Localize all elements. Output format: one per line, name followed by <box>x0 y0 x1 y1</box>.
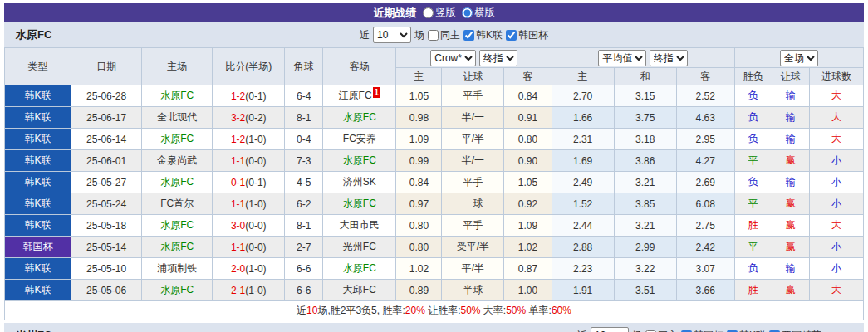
subcol-euro-away: 客 <box>676 68 734 85</box>
goals-result-cell: 大 <box>809 280 863 301</box>
match-type-cell: 韩K联 <box>5 107 71 129</box>
league-checkbox-kleague[interactable] <box>463 30 474 41</box>
euro-home-odds-cell: 2.49 <box>552 172 614 193</box>
euro-home-odds-cell: 2.31 <box>552 129 614 150</box>
goals-result-cell: 大 <box>809 129 863 150</box>
next-league-option-aclelite[interactable]: 亚冠精英 <box>769 329 821 332</box>
score-cell: 1-1(1-0) <box>213 193 285 215</box>
match-count-select[interactable]: 10 <box>373 27 411 43</box>
euro-draw-odds-cell: 3.51 <box>614 280 676 301</box>
score-cell: 1-2(0-1) <box>213 85 285 107</box>
summary-segment: 大率: <box>481 305 507 316</box>
asia-home-odds-cell: 0.98 <box>396 107 442 129</box>
same-home-checkbox[interactable] <box>428 30 439 41</box>
date-cell: 25-05-14 <box>71 237 142 258</box>
date-cell: 25-05-06 <box>71 280 142 301</box>
handicap-result-cell: 赢 <box>772 237 809 258</box>
league-checkbox-koreacup[interactable] <box>506 30 517 41</box>
final-odds-select-euro[interactable]: 终指 <box>650 50 688 66</box>
asia-handicap-cell: 受平/半 <box>442 237 504 258</box>
team-filter-bar: 水原FC 近 10 场 同主 韩K联 韩国杯 <box>4 22 864 47</box>
match-row: 韩国杯25-05-14水原FC1-1(0-0)2-7光州FC0.80受平/半1.… <box>5 237 864 258</box>
recent-results-panel: 近期战绩 竖版 横版 水原FC 近 10 场 同主 韩K联 <box>4 3 864 332</box>
match-row: 韩K联25-06-28水原FC1-2(0-1)6-4江原FC11.05平手0.8… <box>5 85 864 107</box>
same-home-option[interactable]: 同主 <box>428 28 460 42</box>
date-cell: 25-05-10 <box>71 258 142 280</box>
next-league-aclelite-label: 亚冠精英 <box>782 329 821 332</box>
asia-away-odds-cell: 0.92 <box>504 193 552 215</box>
layout-radio-horizontal[interactable] <box>462 7 473 18</box>
layout-option-vertical[interactable]: 竖版 <box>423 6 456 20</box>
away-team-cell: FC安养 <box>323 129 396 150</box>
scope-select[interactable]: 全场 <box>780 50 818 66</box>
goals-result-cell: 小 <box>809 172 863 193</box>
next-league-koreacup-label: 韩国杯 <box>694 329 723 332</box>
asia-odds-group-header: Crow* 终指 <box>396 48 552 68</box>
score-cell: 3-0(0-0) <box>213 215 285 237</box>
handicap-result-cell: 赢 <box>772 215 809 237</box>
asia-home-odds-cell: 0.97 <box>396 193 442 215</box>
corner-cell: 0-4 <box>285 129 323 150</box>
next-league-kleague-label: 韩K联 <box>739 329 766 332</box>
next-near-label: 近 <box>577 329 587 332</box>
next-league-option-koreacup[interactable]: 韩国杯 <box>681 329 723 332</box>
subcol-handicap-result: 让球 <box>772 68 809 85</box>
handicap-result-cell: 输 <box>772 258 809 280</box>
home-team-cell: 水原FC <box>142 215 213 237</box>
average-select[interactable]: 平均值 <box>598 50 646 66</box>
euro-away-odds-cell: 2.75 <box>676 215 734 237</box>
next-league-option-kleague[interactable]: 韩K联 <box>727 329 766 332</box>
match-type-cell: 韩国杯 <box>5 237 71 258</box>
league-option-koreacup[interactable]: 韩国杯 <box>506 28 548 42</box>
summary-segment: 让胜率: <box>425 305 461 316</box>
date-cell: 25-06-28 <box>71 85 142 107</box>
section-title: 近期战绩 <box>374 6 417 21</box>
away-team-cell: 大田市民 <box>323 215 396 237</box>
euro-draw-odds-cell: 2.99 <box>614 237 676 258</box>
next-same-home-option[interactable]: 同主 <box>645 329 678 332</box>
summary-segment: 10 <box>306 305 317 316</box>
summary-segment: 单率: <box>526 305 552 316</box>
score-cell: 0-1(0-1) <box>213 172 285 193</box>
bookmaker-select[interactable]: Crow* <box>430 50 476 66</box>
euro-draw-odds-cell: 3.22 <box>614 258 676 280</box>
euro-draw-odds-cell: 3.85 <box>614 193 676 215</box>
col-header-corner: 角球 <box>285 48 323 85</box>
next-match-count-select[interactable]: 10 <box>591 327 629 332</box>
asia-home-odds-cell: 1.02 <box>396 258 442 280</box>
summary-segment: 50% <box>460 305 480 316</box>
league-option-kleague[interactable]: 韩K联 <box>463 28 503 42</box>
layout-option-horizontal[interactable]: 横版 <box>462 6 495 20</box>
euro-away-odds-cell: 3.07 <box>676 258 734 280</box>
match-type-cell: 韩K联 <box>5 215 71 237</box>
corner-cell: 6-4 <box>285 85 323 107</box>
asia-home-odds-cell: 0.99 <box>396 150 442 172</box>
euro-away-odds-cell: 2.69 <box>676 172 734 193</box>
away-team-cell: 水原FC <box>323 150 396 172</box>
final-odds-select-asia[interactable]: 终指 <box>479 50 517 66</box>
corner-cell: 2-7 <box>285 237 323 258</box>
section-title-bar: 近期战绩 竖版 横版 <box>4 3 864 22</box>
result-group-header: 全场 <box>734 48 863 68</box>
away-team-cell: 光州FC <box>323 237 396 258</box>
layout-radio-vertical[interactable] <box>423 7 434 18</box>
euro-away-odds-cell: 2.42 <box>676 237 734 258</box>
match-type-cell: 韩K联 <box>5 193 71 215</box>
home-team-cell: FC首尔 <box>142 193 213 215</box>
layout-horizontal-label: 横版 <box>475 6 495 20</box>
summary-segment: 60% <box>552 305 571 316</box>
subcol-euro-home: 主 <box>552 68 614 85</box>
results-tbody: 韩K联25-06-28水原FC1-2(0-1)6-4江原FC11.05平手0.8… <box>5 85 864 301</box>
score-cell: 1-1(0-0) <box>213 150 285 172</box>
home-team-cell: 水原FC <box>142 85 213 107</box>
asia-away-odds-cell: 0.80 <box>504 129 552 150</box>
handicap-result-cell: 输 <box>772 129 809 150</box>
home-team-cell: 水原FC <box>142 129 213 150</box>
asia-home-odds-cell: 0.84 <box>396 172 442 193</box>
match-row: 韩K联25-06-14水原FC1-2(1-0)0-4FC安养1.09平/半0.8… <box>5 129 864 150</box>
goals-result-cell: 小 <box>809 193 863 215</box>
asia-home-odds-cell: 1.05 <box>396 85 442 107</box>
match-row: 韩K联25-05-10浦项制铁2-0(1-0)6-6水原FC1.02平/半0.8… <box>5 258 864 280</box>
subcol-euro-draw: 和 <box>614 68 676 85</box>
corner-cell: 8-1 <box>285 107 323 129</box>
